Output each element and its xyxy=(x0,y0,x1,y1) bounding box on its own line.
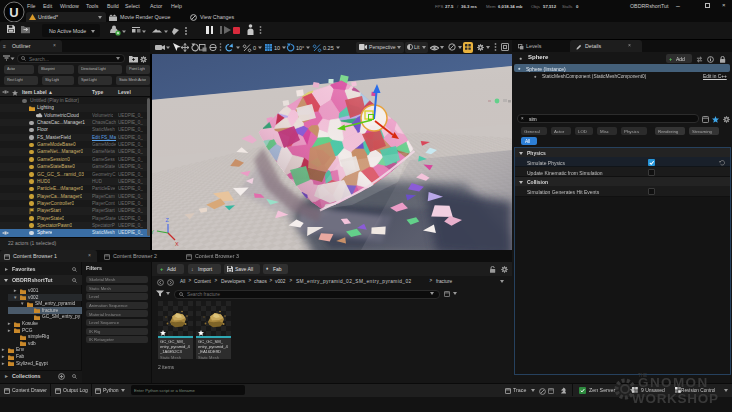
svg-text:0: 0 xyxy=(253,45,256,51)
svg-text:X: X xyxy=(175,241,179,247)
svg-text:0.25: 0.25 xyxy=(323,45,334,51)
svg-text:10°: 10° xyxy=(296,45,304,51)
svg-text:WORKSHOP: WORKSHOP xyxy=(632,391,719,406)
svg-text:U: U xyxy=(9,5,18,20)
svg-text:10: 10 xyxy=(274,45,280,51)
